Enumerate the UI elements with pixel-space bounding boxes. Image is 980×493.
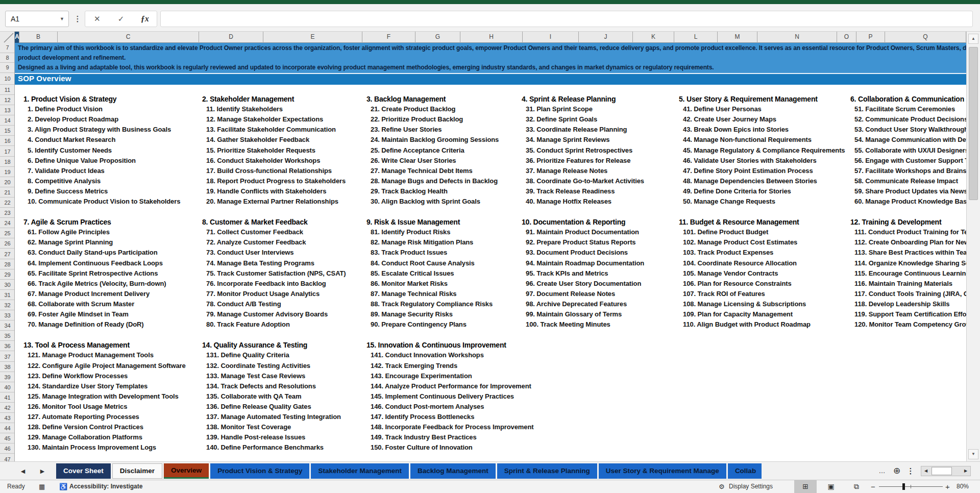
sheet-tab-overview[interactable]: Overview bbox=[164, 463, 209, 479]
hscroll-right-icon[interactable]: ▶ bbox=[962, 467, 970, 475]
row-header-10[interactable]: 10 bbox=[0, 73, 15, 85]
row-header-31[interactable]: 31 bbox=[0, 290, 15, 300]
row-header-17[interactable]: 17 bbox=[0, 146, 15, 157]
column-header-N[interactable]: N bbox=[757, 32, 837, 43]
row-header-35[interactable]: 35 bbox=[0, 331, 15, 341]
row-header-32[interactable]: 32 bbox=[0, 300, 15, 310]
column-header-C[interactable]: C bbox=[58, 32, 199, 43]
tab-overflow-ellipsis[interactable]: … bbox=[877, 462, 887, 480]
zoom-in-icon[interactable]: + bbox=[945, 480, 950, 493]
accessibility-icon[interactable]: ♿ bbox=[59, 480, 67, 493]
zoom-slider-thumb[interactable] bbox=[902, 483, 905, 490]
scroll-down-icon[interactable]: ▼ bbox=[968, 449, 978, 459]
enter-check-icon[interactable]: ✓ bbox=[113, 14, 129, 23]
vertical-scrollbar-thumb[interactable] bbox=[969, 47, 978, 200]
row-header-23[interactable]: 23 bbox=[0, 208, 15, 218]
formula-input[interactable] bbox=[160, 11, 973, 27]
macro-record-icon[interactable]: ▦ bbox=[39, 480, 45, 493]
column-header-B[interactable]: B bbox=[19, 32, 58, 43]
display-settings-icon[interactable]: ⚙ bbox=[719, 480, 725, 493]
column-header-J[interactable]: J bbox=[579, 32, 633, 43]
column-header-L[interactable]: L bbox=[674, 32, 718, 43]
display-settings-label[interactable]: Display Settings bbox=[729, 480, 773, 493]
column-header-A[interactable]: A bbox=[15, 32, 19, 43]
row-header-38[interactable]: 38 bbox=[0, 362, 15, 372]
row-header-36[interactable]: 36 bbox=[0, 341, 15, 351]
tab-scroll-left-icon[interactable]: ◀ bbox=[15, 462, 31, 480]
select-all-corner[interactable] bbox=[0, 32, 15, 43]
row-header-24[interactable]: 24 bbox=[0, 218, 15, 228]
row-header-8[interactable]: 8 bbox=[0, 53, 15, 63]
row-header-40[interactable]: 40 bbox=[0, 382, 15, 392]
column-header-Q[interactable]: Q bbox=[885, 32, 966, 43]
hscroll-left-icon[interactable]: ◀ bbox=[922, 467, 930, 475]
row-header-13[interactable]: 13 bbox=[0, 105, 15, 115]
insert-function-icon[interactable]: ƒx bbox=[137, 14, 153, 23]
zoom-out-icon[interactable]: − bbox=[871, 480, 875, 493]
column-header-D[interactable]: D bbox=[199, 32, 263, 43]
row-header-11[interactable]: 11 bbox=[0, 85, 15, 95]
row-header-22[interactable]: 22 bbox=[0, 198, 15, 208]
column-header-P[interactable]: P bbox=[856, 32, 885, 43]
column-header-K[interactable]: K bbox=[633, 32, 674, 43]
column-header-F[interactable]: F bbox=[362, 32, 415, 43]
column-header-H[interactable]: H bbox=[460, 32, 523, 43]
row-header-43[interactable]: 43 bbox=[0, 413, 15, 423]
sheet-tab-disclaimer[interactable]: Disclaimer bbox=[112, 463, 162, 479]
page-layout-view-button[interactable]: ▣ bbox=[820, 480, 842, 493]
row-header-14[interactable]: 14 bbox=[0, 115, 15, 126]
tab-scroll-right-icon[interactable]: ▶ bbox=[35, 462, 50, 480]
row-header-44[interactable]: 44 bbox=[0, 423, 15, 433]
row-header-27[interactable]: 27 bbox=[0, 249, 15, 259]
sheet-tab-user-story-requirement-manage[interactable]: User Story & Requirement Manage bbox=[599, 463, 726, 479]
row-header-15[interactable]: 15 bbox=[0, 126, 15, 136]
sheet-tab-sprint-release-planning[interactable]: Sprint & Release Planning bbox=[497, 463, 597, 479]
page-break-view-button[interactable]: ⧉ bbox=[845, 480, 868, 493]
scroll-up-icon[interactable]: ▲ bbox=[968, 34, 978, 44]
horizontal-scrollbar-thumb[interactable] bbox=[932, 467, 952, 475]
formula-bar-kebab-icon[interactable]: ⋮ bbox=[74, 11, 82, 27]
row-header-45[interactable]: 45 bbox=[0, 433, 15, 443]
column-header-E[interactable]: E bbox=[263, 32, 362, 43]
cancel-icon[interactable]: ✕ bbox=[89, 14, 105, 23]
row-header-39[interactable]: 39 bbox=[0, 372, 15, 382]
grid-content[interactable]: The primary aim of this workbook is to s… bbox=[15, 43, 966, 461]
row-header-7[interactable]: 7 bbox=[0, 43, 15, 53]
row-header-12[interactable]: 12 bbox=[0, 95, 15, 105]
row-header-41[interactable]: 41 bbox=[0, 392, 15, 403]
normal-view-button[interactable]: ⊞ bbox=[794, 480, 817, 493]
name-box[interactable]: A1 ▼ bbox=[5, 11, 69, 27]
column-header-M[interactable]: M bbox=[718, 32, 757, 43]
row-header-18[interactable]: 18 bbox=[0, 157, 15, 167]
accessibility-status[interactable]: Accessibility: Investigate bbox=[69, 480, 142, 493]
row-header-16[interactable]: 16 bbox=[0, 136, 15, 146]
row-header-19[interactable]: 19 bbox=[0, 167, 15, 177]
tab-bar-kebab-icon[interactable]: ⋮ bbox=[906, 462, 915, 480]
sheet-tab-backlog-management[interactable]: Backlog Management bbox=[410, 463, 496, 479]
row-header-29[interactable]: 29 bbox=[0, 269, 15, 280]
row-header-25[interactable]: 25 bbox=[0, 228, 15, 238]
row-header-20[interactable]: 20 bbox=[0, 177, 15, 187]
row-header-21[interactable]: 21 bbox=[0, 187, 15, 198]
row-header-28[interactable]: 28 bbox=[0, 259, 15, 269]
sheet-tab-cover-sheet[interactable]: Cover Sheet bbox=[56, 463, 111, 479]
row-header-37[interactable]: 37 bbox=[0, 352, 15, 362]
row-header-33[interactable]: 33 bbox=[0, 310, 15, 321]
sheet-tab-collab[interactable]: Collab bbox=[728, 463, 762, 479]
name-box-dropdown-icon[interactable]: ▼ bbox=[60, 11, 64, 27]
row-header-34[interactable]: 34 bbox=[0, 321, 15, 331]
column-header-I[interactable]: I bbox=[523, 32, 579, 43]
vertical-scrollbar[interactable]: ▲ ▼ bbox=[966, 32, 980, 461]
column-header-O[interactable]: O bbox=[837, 32, 856, 43]
row-header-26[interactable]: 26 bbox=[0, 238, 15, 249]
row-header-42[interactable]: 42 bbox=[0, 403, 15, 413]
row-header-9[interactable]: 9 bbox=[0, 63, 15, 73]
sheet-tab-stakeholder-management[interactable]: Stakeholder Management bbox=[311, 463, 409, 479]
row-header-46[interactable]: 46 bbox=[0, 443, 15, 454]
horizontal-scrollbar[interactable]: ◀ ▶ bbox=[921, 466, 971, 476]
zoom-slider[interactable] bbox=[879, 486, 943, 487]
sheet-tab-product-vision-strategy[interactable]: Product Vision & Strategy bbox=[210, 463, 309, 479]
row-header-30[interactable]: 30 bbox=[0, 280, 15, 290]
column-header-G[interactable]: G bbox=[415, 32, 460, 43]
add-sheet-icon[interactable]: ⊕ bbox=[890, 462, 903, 480]
